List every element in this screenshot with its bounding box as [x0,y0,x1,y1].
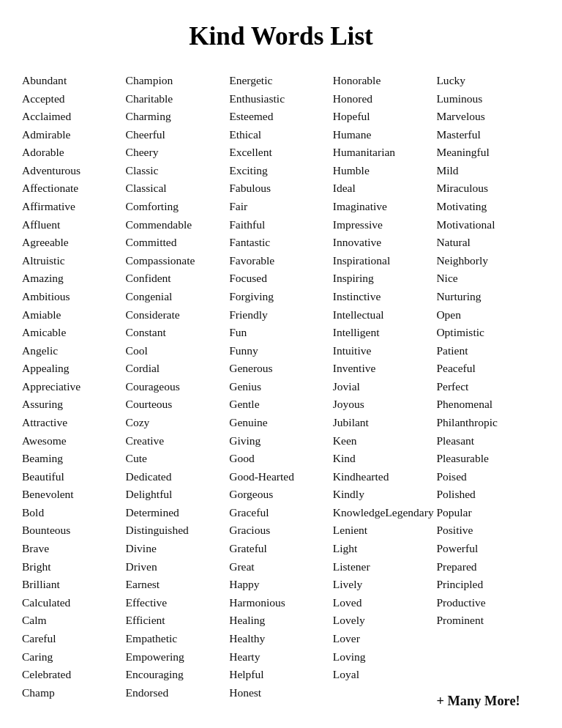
list-item: Beaming [22,450,126,467]
list-item: Joyous [333,395,437,413]
list-item: Hearty [229,648,333,666]
list-item: Hopeful [333,108,437,125]
list-item: Instinctive [333,288,437,305]
list-item: Kindhearted [333,468,437,486]
list-item: Principled [436,576,540,593]
list-item: Gentle [229,395,333,413]
list-item: Productive [436,594,540,612]
column-2: ChampionCharitableCharmingCheerfulCheery… [126,72,230,712]
list-item: Amazing [22,270,126,287]
list-item: Comforting [126,198,230,215]
list-item: Amiable [22,306,126,324]
list-item: Popular [436,504,540,521]
list-item: Generous [229,360,333,377]
list-item: Efficient [126,612,230,629]
list-item: Energetic [229,72,333,89]
list-item: Prominent [436,612,540,629]
list-item: Humanitarian [333,144,437,161]
list-item: Healthy [229,630,333,647]
list-item: Honorable [333,72,437,89]
list-item: Giving [229,432,333,450]
list-item: Agreeable [22,234,126,251]
list-item: Favorable [229,252,333,270]
list-item: Bold [22,504,126,521]
list-item: Marvelous [436,108,540,125]
list-item: Appreciative [22,378,126,395]
list-item: Light [333,540,437,557]
list-item: Healing [229,612,333,629]
column-3: EnergeticEnthusiasticEsteemedEthicalExce… [229,72,333,712]
list-item: Poised [436,468,540,486]
list-item: Meaningful [436,144,540,161]
page-title: Kind Words List [15,22,547,51]
list-item: Confident [126,270,230,287]
list-item: Compassionate [126,252,230,270]
list-item: Brave [22,540,126,557]
list-item: Listener [333,558,437,576]
list-item: Cheery [126,144,230,161]
list-item: Peaceful [436,360,540,377]
list-item: Pleasant [436,432,540,450]
list-item: Neighborly [436,252,540,270]
list-item: Abundant [22,72,126,89]
list-item: Bounteous [22,521,126,539]
column-4: HonorableHonoredHopefulHumaneHumanitaria… [333,72,437,712]
list-item: Fantastic [229,234,333,251]
list-item: Altruistic [22,252,126,270]
list-item: Dedicated [126,468,230,486]
list-item: Inspiring [333,270,437,287]
list-item: Natural [436,234,540,251]
list-item: Attractive [22,414,126,431]
list-item: Celebrated [22,666,126,683]
list-item: Keen [333,432,437,450]
list-item: Good [229,450,333,467]
list-item: Esteemed [229,108,333,125]
list-item: Miraculous [436,179,540,197]
list-item: Adventurous [22,162,126,179]
list-item: Humble [333,162,437,179]
list-item: Genius [229,378,333,395]
list-item: Affirmative [22,198,126,215]
list-item: Distinguished [126,521,230,539]
list-item: Empowering [126,648,230,666]
list-item: Impressive [333,216,437,234]
list-item: Grateful [229,540,333,557]
list-item: Cute [126,450,230,467]
list-item: Imaginative [333,198,437,215]
list-item: Inventive [333,360,437,377]
list-item: Affectionate [22,179,126,197]
list-item: Jubilant [333,414,437,431]
list-item: Careful [22,630,126,647]
list-item: Funny [229,342,333,360]
list-item: Honored [333,90,437,108]
word-grid: AbundantAcceptedAcclaimedAdmirableAdorab… [15,72,547,712]
list-item: Congenial [126,288,230,305]
list-item: Inspirational [333,252,437,270]
list-item: Forgiving [229,288,333,305]
list-item: Driven [126,558,230,576]
list-item: Champ [22,684,126,702]
list-item: Lively [333,576,437,593]
list-item: Angelic [22,342,126,360]
list-item: Intellectual [333,306,437,324]
list-item: Lenient [333,521,437,539]
list-item: Creative [126,432,230,450]
list-item: Positive [436,521,540,539]
list-item: Cheerful [126,126,230,144]
list-item: Focused [229,270,333,287]
list-item: Intuitive [333,342,437,360]
list-item: Encouraging [126,666,230,683]
list-item: Ethical [229,126,333,144]
list-item: Innovative [333,234,437,251]
list-item: Fair [229,198,333,215]
list-item: Harmonious [229,594,333,612]
list-item: Good-Hearted [229,468,333,486]
list-item: Polished [436,486,540,503]
list-item: Fabulous [229,179,333,197]
list-item: Optimistic [436,324,540,341]
list-item: Beautiful [22,468,126,486]
list-item: Acclaimed [22,108,126,125]
list-item: Gorgeous [229,486,333,503]
list-item: Admirable [22,126,126,144]
list-item: Effective [126,594,230,612]
